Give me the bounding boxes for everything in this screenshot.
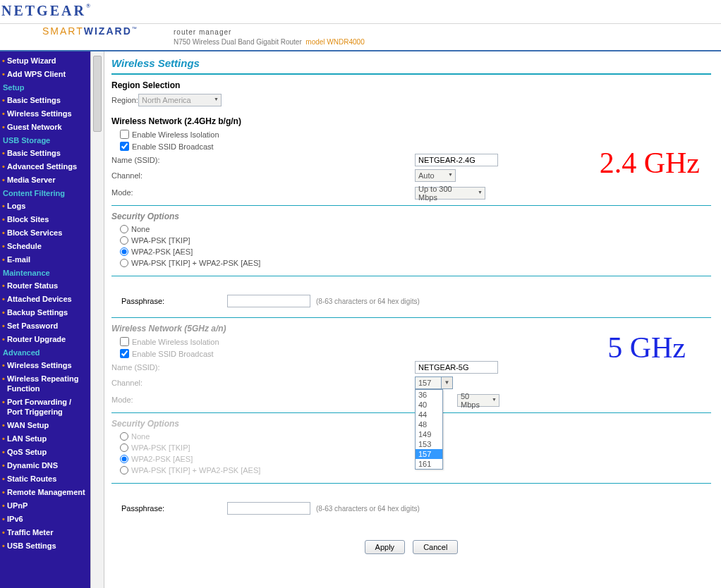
- sidebar-item-logs[interactable]: Logs: [0, 200, 90, 213]
- security-radio-2[interactable]: [120, 247, 128, 256]
- model-label: N750 Wireless Dual Band Gigabit Router m…: [174, 38, 365, 46]
- band5-channel-select[interactable]: 157: [415, 376, 442, 389]
- scrollbar-thumb[interactable]: [93, 56, 102, 132]
- region-label: Region:: [111, 96, 138, 104]
- band24-broadcast-label: Enable SSID Broadcast: [132, 142, 214, 151]
- sidebar-item-e-mail[interactable]: E-mail: [0, 253, 90, 267]
- band5-pass-hint: (8-63 characters or 64 hex digits): [316, 505, 420, 513]
- band5-channel-dropdown[interactable]: 36404448149153157161: [415, 389, 443, 470]
- security-label: WPA2-PSK [AES]: [131, 455, 193, 463]
- band5-channel-label: Channel:: [111, 379, 415, 387]
- sidebar-item-router-status[interactable]: Router Status: [0, 279, 90, 293]
- sidebar: Setup WizardAdd WPS ClientSetupBasic Set…: [0, 51, 90, 588]
- sidebar-item-wan-setup[interactable]: WAN Setup: [0, 419, 90, 432]
- main-content: 2.4 GHz 5 GHz Wireless Settings Region S…: [104, 51, 721, 588]
- security-label: WPA-PSK [TKIP] + WPA2-PSK [AES]: [131, 466, 260, 474]
- region-select[interactable]: North America: [138, 94, 222, 106]
- channel-option-44[interactable]: 44: [416, 410, 442, 419]
- band24-security-heading: Security Options: [111, 212, 711, 221]
- band24-pass-hint: (8-63 characters or 64 hex digits): [316, 298, 420, 305]
- sidebar-item-lan-setup[interactable]: LAN Setup: [0, 432, 90, 446]
- security-radio-3[interactable]: [120, 466, 128, 474]
- band5-broadcast-checkbox[interactable]: [120, 349, 129, 358]
- security-label: WPA-PSK [TKIP] + WPA2-PSK [AES]: [131, 259, 260, 267]
- sidebar-item-router-upgrade[interactable]: Router Upgrade: [0, 333, 90, 346]
- sidebar-item-block-services[interactable]: Block Services: [0, 226, 90, 240]
- security-radio-1[interactable]: [120, 443, 128, 452]
- sidebar-heading-content-filtering: Content Filtering: [0, 187, 90, 200]
- security-radio-3[interactable]: [120, 259, 128, 267]
- apply-button[interactable]: Apply: [365, 540, 406, 554]
- channel-option-48[interactable]: 48: [416, 419, 442, 429]
- band24-broadcast-checkbox[interactable]: [120, 142, 129, 151]
- band5-mode-select[interactable]: 50 Mbps: [457, 394, 499, 407]
- band24-isolation-checkbox[interactable]: [120, 130, 129, 139]
- chevron-down-icon[interactable]: ▼: [442, 376, 453, 389]
- security-label: None: [131, 225, 150, 233]
- security-radio-0[interactable]: [120, 225, 128, 233]
- band5-isolation-checkbox[interactable]: [120, 337, 129, 346]
- sidebar-heading-maintenance: Maintenance: [0, 267, 90, 279]
- band24-channel-label: Channel:: [111, 171, 415, 180]
- channel-option-153[interactable]: 153: [416, 439, 442, 449]
- region-heading: Region Selection: [111, 80, 711, 90]
- band24-mode-label: Mode:: [111, 188, 415, 197]
- band5-isolation-label: Enable Wireless Isolation: [132, 338, 219, 346]
- band24-isolation-label: Enable Wireless Isolation: [132, 130, 219, 139]
- sidebar-item-set-password[interactable]: Set Password: [0, 319, 90, 333]
- sidebar-item-media-server[interactable]: Media Server: [0, 173, 90, 187]
- sidebar-item-backup-settings[interactable]: Backup Settings: [0, 306, 90, 319]
- router-manager-label: router manager: [174, 28, 231, 36]
- sidebar-item-ipv6[interactable]: IPv6: [0, 513, 90, 526]
- sidebar-item-setup-wizard[interactable]: Setup Wizard: [0, 54, 90, 68]
- sidebar-item-dynamic-dns[interactable]: Dynamic DNS: [0, 459, 90, 472]
- sidebar-item-remote-management[interactable]: Remote Management: [0, 486, 90, 499]
- sidebar-item-qos-setup[interactable]: QoS Setup: [0, 446, 90, 459]
- sidebar-item-static-routes[interactable]: Static Routes: [0, 472, 90, 486]
- sidebar-heading-setup: Setup: [0, 81, 90, 94]
- sidebar-item-add-wps-client[interactable]: Add WPS Client: [0, 68, 90, 81]
- channel-option-40[interactable]: 40: [416, 400, 442, 410]
- sidebar-heading-advanced: Advanced: [0, 346, 90, 359]
- band24-channel-select[interactable]: Auto: [415, 169, 456, 182]
- band5-broadcast-label: Enable SSID Broadcast: [132, 350, 214, 358]
- channel-option-157[interactable]: 157: [416, 449, 442, 459]
- sidebar-item-block-sites[interactable]: Block Sites: [0, 213, 90, 226]
- band24-ssid-label: Name (SSID):: [111, 156, 415, 164]
- sidebar-item-usb-settings[interactable]: USB Settings: [0, 539, 90, 553]
- band5-security-heading: Security Options: [111, 419, 711, 429]
- sidebar-item-basic-settings[interactable]: Basic Settings: [0, 94, 90, 107]
- sidebar-item-port-forwarding-port-triggering[interactable]: Port Forwarding / Port Triggering: [0, 396, 90, 419]
- sidebar-item-basic-settings[interactable]: Basic Settings: [0, 147, 90, 160]
- sidebar-heading-usb-storage: USB Storage: [0, 134, 90, 147]
- band5-ssid-input[interactable]: [415, 361, 498, 374]
- channel-option-161[interactable]: 161: [416, 459, 442, 469]
- sidebar-item-upnp[interactable]: UPnP: [0, 499, 90, 513]
- sidebar-item-wireless-settings[interactable]: Wireless Settings: [0, 107, 90, 121]
- sidebar-item-wireless-settings[interactable]: Wireless Settings: [0, 359, 90, 372]
- security-radio-0[interactable]: [120, 432, 128, 441]
- sidebar-item-guest-network[interactable]: Guest Network: [0, 121, 90, 134]
- channel-option-36[interactable]: 36: [416, 390, 442, 400]
- band5-ssid-label: Name (SSID):: [111, 363, 415, 372]
- sidebar-item-wireless-repeating-function[interactable]: Wireless Repeating Function: [0, 372, 90, 396]
- cancel-button[interactable]: Cancel: [413, 540, 458, 554]
- band5-pass-label: Passphrase:: [121, 504, 227, 513]
- sidebar-item-schedule[interactable]: Schedule: [0, 240, 90, 253]
- band24-ssid-input[interactable]: [415, 154, 498, 166]
- security-radio-2[interactable]: [120, 455, 128, 463]
- sidebar-item-traffic-meter[interactable]: Traffic Meter: [0, 526, 90, 539]
- sidebar-scrollbar[interactable]: [90, 51, 104, 588]
- channel-option-149[interactable]: 149: [416, 429, 442, 439]
- sidebar-item-advanced-settings[interactable]: Advanced Settings: [0, 160, 90, 173]
- security-label: None: [131, 432, 150, 441]
- band24-pass-input[interactable]: [227, 295, 310, 307]
- band24-mode-select[interactable]: Up to 300 Mbps: [415, 187, 485, 200]
- netgear-logo: NETGEAR®: [1, 3, 92, 19]
- sidebar-item-attached-devices[interactable]: Attached Devices: [0, 293, 90, 306]
- band5-pass-input[interactable]: [227, 502, 310, 515]
- page-title: Wireless Settings: [111, 57, 711, 69]
- smartwizard-logo: SMARTWIZARD™: [42, 25, 138, 37]
- security-radio-1[interactable]: [120, 236, 128, 245]
- security-label: WPA2-PSK [AES]: [131, 247, 193, 256]
